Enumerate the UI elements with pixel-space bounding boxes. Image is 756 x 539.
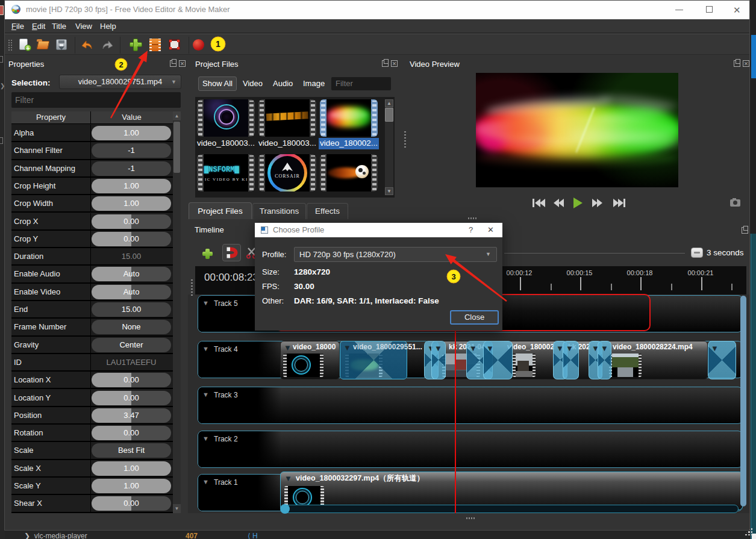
svg-text:3: 3 [451, 272, 455, 281]
svg-text:1: 1 [216, 39, 220, 49]
svg-text:2: 2 [119, 60, 123, 69]
